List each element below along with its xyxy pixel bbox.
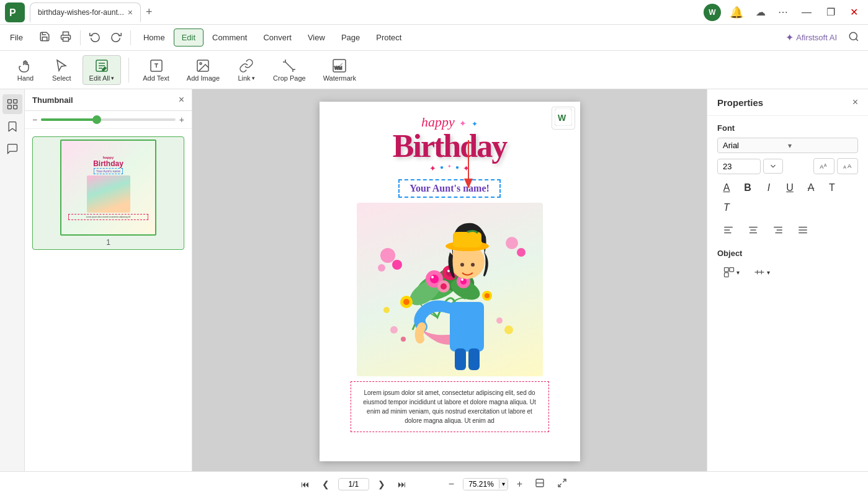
nav-page[interactable]: Page: [334, 29, 367, 46]
sidebar-thumb-btn[interactable]: [2, 94, 22, 114]
properties-close-btn[interactable]: ×: [852, 97, 858, 108]
edit-all-tool-btn[interactable]: Edit All ▾: [83, 55, 122, 85]
svg-point-3: [849, 32, 857, 40]
svg-point-40: [431, 276, 434, 278]
thumbnail-close-btn[interactable]: ×: [179, 94, 184, 105]
divider-2: [130, 30, 131, 45]
align-center-btn[interactable]: [742, 221, 764, 239]
star-row: ✦ ● ✦ ● ✦: [393, 164, 506, 173]
add-image-tool-btn[interactable]: Add Image: [181, 56, 226, 84]
align-right-btn[interactable]: [767, 221, 789, 239]
prev-page-btn[interactable]: ❮: [318, 478, 333, 490]
hand-tool-btn[interactable]: Hand: [10, 56, 41, 84]
obj-align-btn[interactable]: ▾: [717, 263, 745, 281]
first-page-btn[interactable]: ⏮: [297, 478, 313, 490]
save-btn[interactable]: [35, 29, 54, 47]
print-btn[interactable]: [56, 29, 75, 47]
nav-home[interactable]: Home: [136, 29, 172, 46]
format-underline-btn[interactable]: U: [781, 179, 799, 197]
svg-rect-18: [13, 105, 17, 109]
svg-line-85: [558, 484, 562, 487]
zoom-thumb[interactable]: [92, 115, 101, 124]
zoom-level-arrow[interactable]: ▾: [499, 479, 508, 489]
add-text-tool-btn[interactable]: Add Text: [136, 56, 176, 84]
font-size-btn-2[interactable]: AA: [813, 158, 834, 174]
font-selector[interactable]: Arial ▾: [717, 138, 858, 153]
aunt-name-box[interactable]: Your Aunt's name!: [398, 179, 501, 198]
format-underline-A-btn[interactable]: A: [717, 179, 736, 197]
redo-btn[interactable]: [107, 29, 125, 47]
svg-point-33: [430, 275, 439, 283]
format-text-T2-btn[interactable]: T: [717, 199, 736, 216]
format-strikethrough-btn[interactable]: A: [802, 179, 820, 197]
menubar: File Home Edit Comment Convert View Page…: [0, 25, 868, 51]
cloud-btn[interactable]: ☁: [752, 5, 769, 19]
toolbar-sep-1: [128, 58, 129, 82]
align-left-btn[interactable]: [717, 221, 740, 239]
format-text-T-btn[interactable]: T: [823, 179, 841, 197]
obj-distribute-btn[interactable]: ▾: [748, 263, 776, 281]
svg-text:P: P: [9, 7, 16, 18]
align-justify-btn[interactable]: [792, 221, 814, 239]
nav-comment[interactable]: Comment: [205, 29, 254, 46]
font-size-btn-3[interactable]: AA: [837, 158, 858, 174]
svg-rect-16: [13, 100, 17, 104]
svg-point-59: [383, 307, 390, 313]
star-d1: ✦: [429, 164, 436, 173]
ai-btn[interactable]: ✦ Afirstsoft AI: [781, 29, 842, 46]
properties-title: Properties: [717, 97, 763, 108]
notification-btn[interactable]: 🔔: [726, 4, 747, 20]
birthday-title-area: happy ✦ ✦ Birthday ✦ ● ✦ ● ✦: [393, 114, 506, 174]
zoom-level-selector[interactable]: 75.21% ▾: [463, 478, 508, 490]
format-italic-btn[interactable]: I: [759, 179, 778, 197]
new-tab-btn[interactable]: +: [146, 6, 153, 19]
sidebar-comment-btn[interactable]: [2, 139, 22, 159]
thumbnail-item-1[interactable]: happy Birthday Your Aunt's name Lorem ip…: [32, 136, 184, 250]
more-options-btn[interactable]: ⋯: [774, 5, 792, 19]
zoom-out-btn[interactable]: −: [445, 477, 458, 491]
undo-btn[interactable]: [86, 29, 104, 47]
zoom-plus-btn[interactable]: +: [179, 115, 184, 125]
thumbnail-header: Thumbnail ×: [25, 89, 192, 111]
sidebar-bookmark-btn[interactable]: [2, 117, 22, 136]
left-sidebar-icons: [0, 89, 25, 471]
tab-close-btn[interactable]: ×: [128, 7, 133, 17]
nav-convert[interactable]: Convert: [256, 29, 299, 46]
crop-page-tool-btn[interactable]: Crop Page: [267, 56, 312, 84]
search-btn[interactable]: [844, 29, 863, 47]
flower-girl-illustration: [357, 203, 543, 376]
format-bold-btn[interactable]: B: [738, 179, 757, 197]
last-page-btn[interactable]: ⏭: [394, 478, 410, 490]
font-chevron: ▾: [788, 141, 853, 150]
active-tab[interactable]: birthday-wishes-for-aunt... ×: [30, 2, 141, 22]
properties-panel: Properties × Font Arial ▾: [707, 89, 868, 471]
minimize-btn[interactable]: —: [797, 4, 817, 20]
page-input[interactable]: [338, 478, 369, 490]
user-avatar[interactable]: W: [704, 4, 721, 21]
nav-view[interactable]: View: [300, 29, 333, 46]
zoom-minus-btn[interactable]: −: [32, 115, 37, 125]
zoom-in-btn[interactable]: +: [513, 477, 526, 491]
mini-name: Your Aunt's name: [94, 168, 123, 174]
nav-protect[interactable]: Protect: [369, 29, 409, 46]
svg-line-12: [285, 62, 293, 69]
zoom-slider[interactable]: [41, 118, 176, 121]
fit-page-btn[interactable]: [531, 477, 548, 492]
link-tool-btn[interactable]: Link ▾: [231, 56, 262, 84]
lorem-ipsum-box[interactable]: Lorem ipsum dolor sit amet, consectetur …: [351, 381, 549, 432]
star-2: ✦: [472, 120, 478, 128]
thumbnail-panel: Thumbnail × − + happy Birthday Your Aunt…: [25, 89, 192, 471]
fullscreen-btn[interactable]: [553, 477, 571, 492]
properties-header: Properties ×: [707, 89, 868, 116]
select-tool-btn[interactable]: Select: [46, 56, 78, 84]
object-buttons-row: ▾ ▾: [717, 263, 858, 281]
watermark-tool-btn[interactable]: WM Watermark: [317, 56, 362, 84]
restore-btn[interactable]: ❐: [821, 4, 840, 20]
close-btn[interactable]: ✕: [845, 4, 863, 20]
next-page-btn[interactable]: ❯: [374, 478, 389, 490]
nav-edit[interactable]: Edit: [174, 29, 204, 46]
font-size-decrease-btn[interactable]: [763, 159, 783, 174]
font-size-input[interactable]: [717, 159, 761, 174]
svg-rect-15: [7, 100, 11, 104]
file-menu-btn[interactable]: File: [5, 30, 28, 45]
